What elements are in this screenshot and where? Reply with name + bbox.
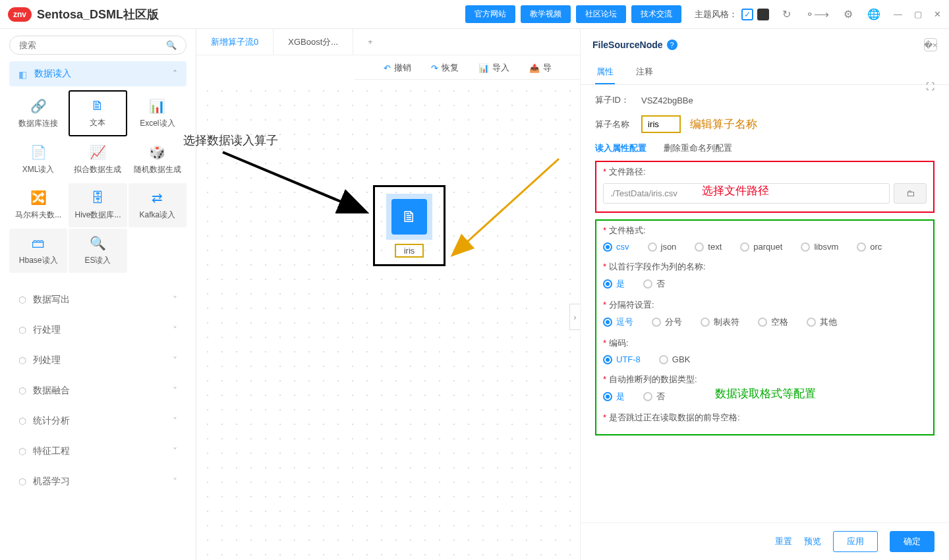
- search-input[interactable]: [19, 40, 166, 50]
- help-icon[interactable]: ?: [667, 40, 677, 50]
- radio-encoding-UTF-8[interactable]: UTF-8: [603, 354, 641, 364]
- radio-delimiter-分号[interactable]: 分号: [652, 316, 682, 328]
- file-path-input[interactable]: [603, 183, 890, 204]
- operator-ES读入[interactable]: 🔍ES读入: [69, 229, 127, 273]
- operator-Excel读入[interactable]: 📊Excel读入: [129, 90, 187, 136]
- reset-button[interactable]: 重置: [775, 536, 792, 547]
- radio-delimiter-逗号[interactable]: 逗号: [603, 316, 633, 328]
- preview-button[interactable]: 预览: [804, 536, 821, 547]
- ok-button[interactable]: 确定: [890, 531, 935, 552]
- radio-header-否[interactable]: 否: [643, 278, 665, 290]
- operator-Hive数据库...[interactable]: 🗄Hive数据库...: [69, 183, 127, 227]
- operator-Kafka读入[interactable]: ⇄Kafka读入: [129, 183, 187, 227]
- radio-inferType-否[interactable]: 否: [643, 391, 665, 403]
- operator-马尔科夫数...[interactable]: 🔀马尔科夫数...: [9, 183, 67, 227]
- radio-encoding-GBK[interactable]: GBK: [659, 354, 690, 364]
- radio-fileFormat-libsvm[interactable]: libsvm: [801, 242, 838, 252]
- undo-button[interactable]: ↶撤销: [384, 62, 411, 74]
- radio-icon: [701, 318, 710, 327]
- chevron-down-icon: ˅: [173, 446, 177, 457]
- radio-icon: [807, 318, 816, 327]
- radio-delimiter-空格[interactable]: 空格: [758, 316, 788, 328]
- radio-inferType-是[interactable]: 是: [603, 391, 625, 403]
- search-icon[interactable]: 🔍: [166, 40, 177, 50]
- theme-dark-toggle[interactable]: [757, 9, 769, 20]
- chevron-down-icon: ˅: [173, 476, 177, 487]
- workflow-tab[interactable]: 新增算子流0: [196, 29, 273, 55]
- file-path-section: *文件路径: 🗀 选择文件路径: [595, 161, 935, 213]
- radio-fileFormat-csv[interactable]: csv: [603, 242, 629, 252]
- top-nav: 官方网站教学视频社区论坛技术交流: [465, 5, 681, 23]
- operator-icon: 📈: [90, 144, 106, 160]
- category-item[interactable]: ⬡列处理˅: [9, 345, 187, 376]
- subtab-rename-config[interactable]: 删除重命名列配置: [664, 142, 732, 154]
- operator-Hbase读入[interactable]: 🗃Hbase读入: [9, 229, 67, 273]
- radio-icon: [648, 242, 657, 252]
- operator-icon: 🗎: [91, 98, 104, 113]
- operator-XML读入[interactable]: 📄XML读入: [9, 138, 67, 182]
- radio-delimiter-制表符[interactable]: 制表符: [701, 316, 739, 328]
- radio-delimiter-其他[interactable]: 其他: [807, 316, 837, 328]
- category-item[interactable]: ⬡数据写出˅: [9, 285, 187, 315]
- apply-button[interactable]: 应用: [833, 531, 878, 552]
- graph-icon[interactable]: ⚬⟶: [805, 8, 829, 20]
- op-id-value: VSZ42bgBBe: [641, 96, 693, 105]
- panel-close-icon[interactable]: �×: [924, 38, 937, 51]
- chevron-down-icon: ˅: [173, 385, 177, 396]
- theme-light-toggle[interactable]: ✓: [741, 9, 753, 20]
- maximize-icon[interactable]: ▢: [914, 9, 922, 19]
- settings-icon[interactable]: ⚙: [844, 8, 853, 20]
- export-button[interactable]: 📤导: [529, 62, 552, 74]
- chevron-up-icon: ˄: [173, 69, 177, 79]
- radio-icon: [652, 318, 661, 327]
- radio-fileFormat-parquet[interactable]: parquet: [740, 242, 782, 252]
- delimiter-radios: 逗号分号制表符空格其他: [603, 316, 927, 328]
- canvas-node-iris[interactable]: 🗎 iris: [373, 185, 446, 266]
- operator-拟合数据生成[interactable]: 📈拟合数据生成: [69, 138, 127, 182]
- operator-icon: 📊: [149, 98, 165, 114]
- annotation-format-config: 数据读取格式等配置: [715, 386, 816, 401]
- workflow-canvas[interactable]: 选择数据读入算子 🗎 iris ›: [196, 80, 580, 560]
- operator-文本[interactable]: 🗎文本: [69, 90, 127, 136]
- category-item[interactable]: ⬡行处理˅: [9, 315, 187, 345]
- add-tab-button[interactable]: +: [353, 37, 388, 47]
- radio-fileFormat-text[interactable]: text: [695, 242, 722, 252]
- globe-icon[interactable]: 🌐: [867, 8, 880, 20]
- op-name-input[interactable]: [641, 115, 681, 133]
- minimize-icon[interactable]: —: [894, 9, 902, 19]
- operator-icon: 🔀: [30, 190, 47, 206]
- operator-随机数据生成[interactable]: 🎲随机数据生成: [129, 138, 187, 182]
- annotation-edit-name: 编辑算子名称: [690, 117, 757, 132]
- top-nav-button[interactable]: 社区论坛: [576, 5, 626, 23]
- tab-attributes[interactable]: 属性: [595, 61, 615, 84]
- category-list: ⬡数据写出˅⬡行处理˅⬡列处理˅⬡数据融合˅⬡统计分析˅⬡特征工程˅⬡机器学习˅: [9, 285, 187, 497]
- radio-fileFormat-orc[interactable]: orc: [857, 242, 882, 252]
- panel-collapse-handle[interactable]: ›: [569, 304, 580, 330]
- bullet-icon: ⬡: [18, 416, 26, 426]
- format-config-section: *文件格式: csvjsontextparquetlibsvmorc *以首行字…: [595, 219, 935, 435]
- node-label: iris: [395, 244, 424, 258]
- redo-button[interactable]: ↷恢复: [431, 62, 459, 74]
- refresh-icon[interactable]: ↻: [782, 8, 791, 20]
- category-data-read[interactable]: ◧ 数据读入 ˄: [9, 61, 187, 86]
- radio-header-是[interactable]: 是: [603, 278, 625, 290]
- radio-fileFormat-json[interactable]: json: [648, 242, 677, 252]
- radio-icon: [603, 279, 612, 289]
- category-item[interactable]: ⬡统计分析˅: [9, 406, 187, 436]
- operator-数据库连接[interactable]: 🔗数据库连接: [9, 90, 67, 136]
- top-nav-button[interactable]: 官方网站: [465, 5, 515, 23]
- category-item[interactable]: ⬡机器学习˅: [9, 466, 187, 497]
- category-item[interactable]: ⬡特征工程˅: [9, 436, 187, 466]
- browse-button[interactable]: 🗀: [894, 183, 927, 204]
- operator-icon: 📄: [30, 144, 47, 160]
- close-icon[interactable]: ✕: [934, 9, 941, 19]
- subtab-read-config[interactable]: 读入属性配置: [595, 142, 647, 154]
- top-nav-button[interactable]: 教学视频: [521, 5, 571, 23]
- tab-comments[interactable]: 注释: [635, 61, 654, 84]
- top-nav-button[interactable]: 技术交流: [631, 5, 681, 23]
- bullet-icon: ⬡: [18, 325, 26, 335]
- workflow-tab[interactable]: XGBoost分...: [273, 29, 353, 55]
- category-item[interactable]: ⬡数据融合˅: [9, 376, 187, 406]
- search-box[interactable]: 🔍: [9, 36, 187, 55]
- import-button[interactable]: 📊导入: [478, 62, 509, 74]
